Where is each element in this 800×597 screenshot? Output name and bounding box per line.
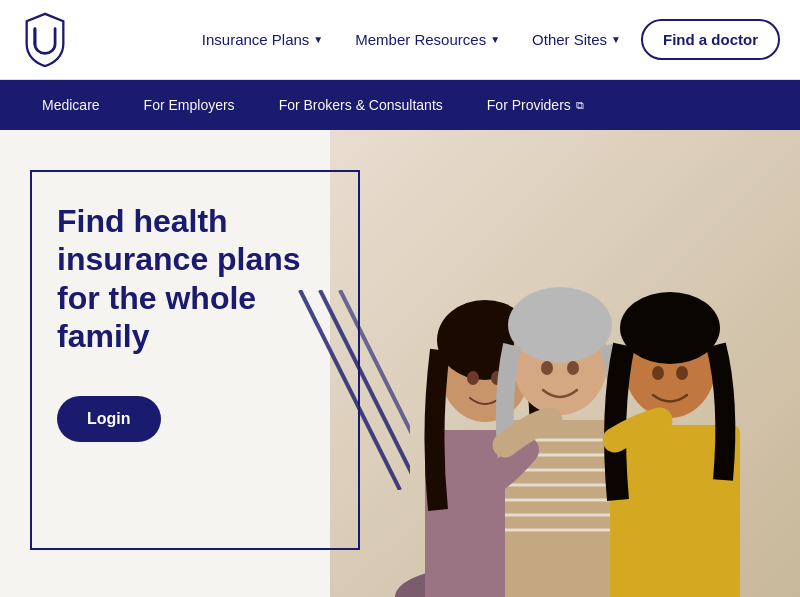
external-link-icon: ⧉ xyxy=(576,99,584,112)
chevron-down-icon: ▼ xyxy=(313,34,323,45)
for-brokers-nav-item[interactable]: For Brokers & Consultants xyxy=(257,80,465,130)
medicare-nav-item[interactable]: Medicare xyxy=(20,80,122,130)
top-nav: Insurance Plans ▼ Member Resources ▼ Oth… xyxy=(0,0,800,80)
svg-point-18 xyxy=(541,361,553,375)
svg-point-24 xyxy=(676,366,688,380)
svg-line-26 xyxy=(320,290,410,490)
member-resources-nav[interactable]: Member Resources ▼ xyxy=(343,23,512,56)
svg-point-22 xyxy=(620,292,720,364)
for-employers-nav-item[interactable]: For Employers xyxy=(122,80,257,130)
other-sites-nav[interactable]: Other Sites ▼ xyxy=(520,23,633,56)
stripe-decoration xyxy=(290,290,410,494)
logo-area xyxy=(20,12,70,67)
chevron-down-icon: ▼ xyxy=(490,34,500,45)
main-nav: Insurance Plans ▼ Member Resources ▼ Oth… xyxy=(190,19,780,60)
login-button[interactable]: Login xyxy=(57,396,161,442)
find-doctor-button[interactable]: Find a doctor xyxy=(641,19,780,60)
for-providers-nav-item[interactable]: For Providers ⧉ xyxy=(465,80,606,130)
svg-line-25 xyxy=(300,290,400,490)
secondary-nav: Medicare For Employers For Brokers & Con… xyxy=(0,80,800,130)
uhc-logo xyxy=(20,12,70,67)
svg-point-6 xyxy=(467,371,479,385)
insurance-plans-nav[interactable]: Insurance Plans ▼ xyxy=(190,23,335,56)
svg-point-19 xyxy=(567,361,579,375)
svg-point-17 xyxy=(508,287,612,363)
chevron-down-icon: ▼ xyxy=(611,34,621,45)
hero-section: Find health insurance plans for the whol… xyxy=(0,130,800,597)
svg-point-23 xyxy=(652,366,664,380)
